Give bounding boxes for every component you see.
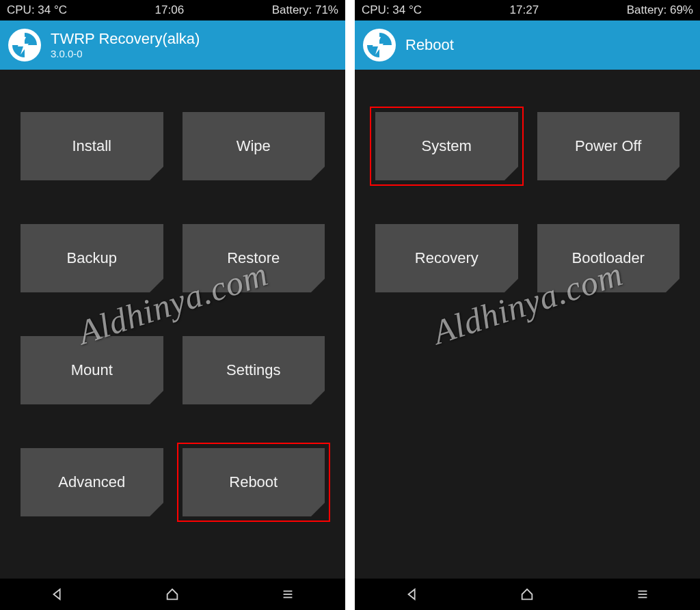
- mount-button[interactable]: Mount: [21, 336, 163, 404]
- menu-icon[interactable]: [615, 579, 670, 610]
- power-off-button[interactable]: Power Off: [537, 112, 680, 180]
- home-icon[interactable]: [145, 579, 200, 610]
- header-bar: Reboot: [355, 20, 700, 70]
- battery-level: Battery: 71%: [272, 3, 338, 17]
- nav-bar: [0, 579, 345, 610]
- restore-button[interactable]: Restore: [183, 224, 325, 292]
- settings-button[interactable]: Settings: [183, 336, 325, 404]
- wipe-button[interactable]: Wipe: [183, 112, 325, 180]
- twrp-reboot-screen: CPU: 34 °C 17:27 Battery: 69% Reboot Sys…: [355, 0, 700, 610]
- back-icon[interactable]: [30, 579, 85, 610]
- menu-icon[interactable]: [260, 579, 315, 610]
- nav-bar: [355, 579, 700, 610]
- page-title: Reboot: [405, 37, 454, 53]
- page-title: TWRP Recovery(alka): [51, 31, 200, 47]
- status-bar: CPU: 34 °C 17:06 Battery: 71%: [0, 0, 345, 20]
- cpu-temp: CPU: 34 °C: [7, 3, 67, 17]
- cpu-temp: CPU: 34 °C: [362, 3, 422, 17]
- twrp-main-screen: CPU: 34 °C 17:06 Battery: 71% TWRP Recov…: [0, 0, 345, 610]
- reboot-menu-grid: SystemPower OffRecoveryBootloader: [355, 70, 700, 579]
- main-menu-grid: InstallWipeBackupRestoreMountSettingsAdv…: [0, 70, 345, 579]
- home-icon[interactable]: [500, 579, 554, 610]
- reboot-recovery-button[interactable]: Recovery: [375, 224, 518, 292]
- advanced-button[interactable]: Advanced: [21, 448, 163, 516]
- clock: 17:06: [155, 3, 185, 17]
- twrp-logo-icon: [363, 29, 396, 61]
- status-bar: CPU: 34 °C 17:27 Battery: 69%: [355, 0, 700, 20]
- clock: 17:27: [510, 3, 539, 17]
- page-subtitle: 3.0.0-0: [51, 48, 200, 59]
- backup-button[interactable]: Backup: [21, 224, 163, 292]
- install-button[interactable]: Install: [21, 112, 163, 180]
- reboot-system-button[interactable]: System: [375, 112, 518, 180]
- header-bar: TWRP Recovery(alka) 3.0.0-0: [0, 20, 345, 70]
- header-text: TWRP Recovery(alka) 3.0.0-0: [51, 31, 200, 59]
- header-text: Reboot: [405, 37, 454, 53]
- reboot-button[interactable]: Reboot: [183, 448, 325, 516]
- back-icon[interactable]: [385, 579, 440, 610]
- battery-level: Battery: 69%: [627, 3, 693, 17]
- twrp-logo-icon: [8, 29, 41, 61]
- reboot-bootloader-button[interactable]: Bootloader: [537, 224, 680, 292]
